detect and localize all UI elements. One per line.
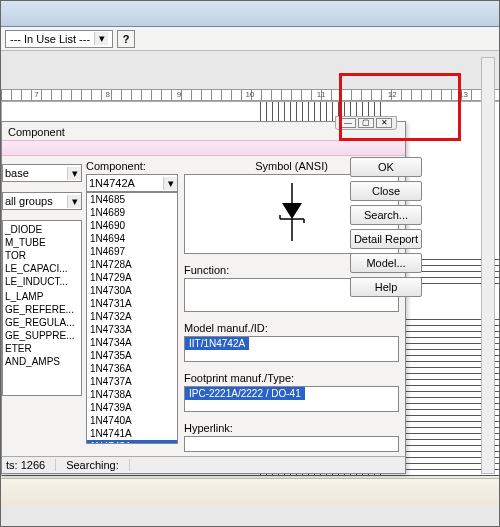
help-dialog-button[interactable]: Help (350, 277, 422, 297)
component-label: Component: (86, 160, 178, 172)
component-item[interactable]: 1N4736A (87, 362, 177, 375)
family-item[interactable]: LE_CAPACI... (3, 262, 81, 275)
chevron-down-icon: ▾ (67, 167, 81, 180)
family-item[interactable]: M_TUBE (3, 236, 81, 249)
search-button[interactable]: Search... (350, 205, 422, 225)
component-item[interactable]: 1N4689 (87, 206, 177, 219)
component-item[interactable]: 1N4697 (87, 245, 177, 258)
chevron-down-icon: ▾ (67, 195, 81, 208)
model-manuf-label: Model manuf./ID: (184, 322, 399, 334)
toolbar: --- In Use List --- ▾ ? (1, 27, 499, 51)
component-count: ts: 1266 (6, 459, 56, 471)
close-icon[interactable]: ✕ (376, 118, 392, 128)
chevron-down-icon: ▾ (163, 177, 177, 190)
component-item[interactable]: 1N4738A (87, 388, 177, 401)
component-item[interactable]: 1N4742A (87, 440, 177, 444)
family-item[interactable]: GE_REGULA... (3, 316, 81, 329)
hyperlink-label: Hyperlink: (184, 422, 399, 434)
zener-diode-icon (272, 183, 312, 243)
component-item[interactable]: 1N4685 (87, 193, 177, 206)
component-column: Component: 1N4742A ▾ 1N46851N46891N46901… (86, 160, 178, 452)
component-item[interactable]: 1N4734A (87, 336, 177, 349)
dialog-status-bar: ts: 1266 Searching: (2, 456, 405, 473)
searching-status: Searching: (66, 459, 130, 471)
component-item[interactable]: 1N4728A (87, 258, 177, 271)
minimize-icon[interactable]: — (340, 118, 356, 128)
maximize-icon[interactable]: ▢ (358, 118, 374, 128)
dialog-window-controls: — ▢ ✕ (335, 116, 397, 130)
family-item[interactable]: AND_AMPS (3, 355, 81, 368)
footprint-label: Footprint manuf./Type: (184, 372, 399, 384)
component-item[interactable]: 1N4730A (87, 284, 177, 297)
close-button[interactable]: Close (350, 181, 422, 201)
component-value-field[interactable]: 1N4742A ▾ (86, 174, 178, 192)
svg-marker-1 (282, 203, 302, 219)
app-frame: --- In Use List --- ▾ ? 78910111213 — ▢ … (0, 0, 500, 527)
dialog-button-column: OK Close Search... Detail Report Model..… (350, 157, 422, 297)
footprint-field[interactable]: IPC-2221A/2222 / DO-41 (184, 386, 399, 412)
family-item[interactable]: GE_SUPPRE... (3, 329, 81, 342)
component-item[interactable]: 1N4731A (87, 297, 177, 310)
family-item[interactable]: _DIODE (3, 223, 81, 236)
family-item[interactable]: GE_REFERE... (3, 303, 81, 316)
component-item[interactable]: 1N4735A (87, 349, 177, 362)
component-value: 1N4742A (89, 177, 135, 189)
horizontal-ruler: 78910111213 (1, 89, 499, 101)
ok-button[interactable]: OK (350, 157, 422, 177)
window-titlebar (1, 1, 499, 27)
model-button[interactable]: Model... (350, 253, 422, 273)
family-item[interactable]: ETER (3, 342, 81, 355)
app-status-bar (1, 478, 499, 506)
component-item[interactable]: 1N4729A (87, 271, 177, 284)
detail-report-button[interactable]: Detail Report (350, 229, 422, 249)
model-manuf-value: IIT/1N4742A (185, 337, 249, 350)
component-item[interactable]: 1N4737A (87, 375, 177, 388)
component-item[interactable]: 1N4739A (87, 401, 177, 414)
family-item[interactable]: L_LAMP (3, 290, 81, 303)
family-list[interactable]: _DIODEM_TUBETORLE_CAPACI...LE_INDUCT...L… (2, 220, 82, 396)
select-component-dialog: Component base ▾ all groups ▾ _DIODEM_T (1, 121, 406, 474)
family-item[interactable] (3, 368, 81, 370)
group-combo[interactable]: all groups ▾ (2, 192, 82, 210)
help-button[interactable]: ? (117, 30, 135, 48)
model-manuf-field[interactable]: IIT/1N4742A (184, 336, 399, 362)
component-item[interactable]: 1N4690 (87, 219, 177, 232)
database-combo-label: base (5, 167, 29, 179)
family-item[interactable]: LE_INDUCT... (3, 275, 81, 288)
component-item[interactable]: 1N4732A (87, 310, 177, 323)
family-item[interactable]: TOR (3, 249, 81, 262)
database-group-column: base ▾ all groups ▾ _DIODEM_TUBETORLE_CA… (2, 160, 82, 452)
component-item[interactable]: 1N4694 (87, 232, 177, 245)
footprint-value: IPC-2221A/2222 / DO-41 (185, 387, 305, 400)
database-combo[interactable]: base ▾ (2, 164, 82, 182)
chevron-down-icon: ▾ (94, 32, 108, 45)
in-use-list-combo[interactable]: --- In Use List --- ▾ (5, 30, 113, 48)
group-combo-label: all groups (5, 195, 53, 207)
component-list[interactable]: 1N46851N46891N46901N46941N46971N4728A1N4… (86, 192, 178, 444)
component-item[interactable]: 1N4741A (87, 427, 177, 440)
component-item[interactable]: 1N4733A (87, 323, 177, 336)
hyperlink-field[interactable] (184, 436, 399, 452)
dialog-tab-strip (2, 140, 405, 156)
component-item[interactable]: 1N4740A (87, 414, 177, 427)
combo-label: --- In Use List --- (10, 33, 90, 45)
vertical-scrollbar[interactable] (481, 57, 495, 474)
